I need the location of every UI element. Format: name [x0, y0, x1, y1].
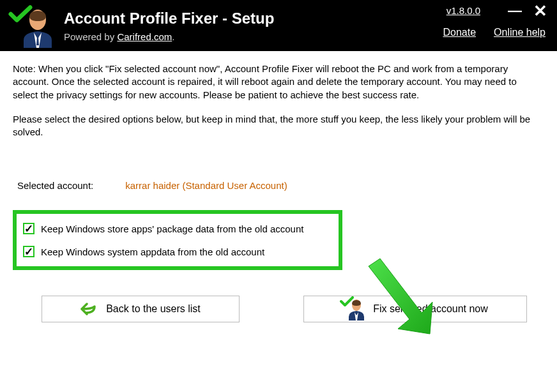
option-row-1: ✓ Keep Windows store apps' package data …	[23, 223, 332, 234]
buttons-row: Back to the users list Fix selected acco…	[13, 296, 544, 322]
close-icon[interactable]: ✕	[533, 4, 547, 18]
option-label-2: Keep Windows system appdata from the old…	[41, 246, 264, 257]
online-help-link[interactable]: Online help	[494, 27, 546, 38]
fix-button-icon	[342, 298, 365, 320]
selected-account-label: Selected account:	[17, 180, 93, 191]
app-logo-icon	[10, 3, 54, 48]
main-content: Note: When you click "Fix selected accou…	[0, 51, 557, 334]
header-links: Donate Online help	[443, 27, 546, 38]
checkbox-keep-appdata[interactable]: ✓	[23, 246, 34, 257]
note-text-1: Note: When you click "Fix selected accou…	[13, 63, 544, 102]
fix-button-label: Fix selected account now	[373, 303, 488, 315]
checkbox-keep-store-apps[interactable]: ✓	[23, 223, 34, 234]
fix-button[interactable]: Fix selected account now	[303, 296, 527, 322]
selected-account-row: Selected account: karrar haider (Standar…	[13, 180, 544, 191]
minimize-icon[interactable]: —	[508, 8, 522, 14]
option-label-1: Keep Windows store apps' package data fr…	[41, 223, 303, 234]
back-button-label: Back to the users list	[106, 303, 201, 315]
carifred-link[interactable]: Carifred.com	[117, 31, 172, 42]
note-text-2: Please select the desired options below,…	[13, 113, 544, 139]
option-row-2: ✓ Keep Windows system appdata from the o…	[23, 246, 332, 257]
donate-link[interactable]: Donate	[443, 27, 476, 38]
options-highlight-box: ✓ Keep Windows store apps' package data …	[13, 210, 342, 270]
back-button[interactable]: Back to the users list	[42, 296, 240, 322]
selected-account-value: karrar haider (Standard User Account)	[125, 180, 287, 191]
window-controls: — ✕	[508, 4, 547, 18]
back-arrow-icon	[80, 301, 98, 317]
app-header: Account Profile Fixer - Setup Powered by…	[0, 0, 557, 51]
version-link[interactable]: v1.8.0.0	[446, 5, 480, 16]
